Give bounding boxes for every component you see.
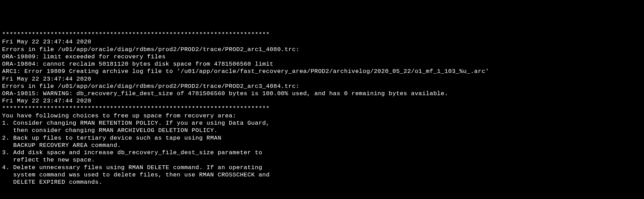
terminal-line: reflect the new space. [2, 156, 642, 164]
terminal-line: ORA-19804: cannot reclaim 50181120 bytes… [2, 60, 642, 68]
terminal-line: 4. Delete unnecessary files using RMAN D… [2, 164, 642, 171]
terminal-line: DELETE EXPIRED commands. [2, 179, 642, 186]
terminal-output: ****************************************… [2, 31, 642, 186]
terminal-line: BACKUP RECOVERY AREA command. [2, 142, 642, 149]
terminal-line: then consider changing RMAN ARCHIVELOG D… [2, 127, 642, 134]
terminal-line: ****************************************… [2, 105, 642, 112]
terminal-line: Fri May 22 23:47:44 2020 [2, 97, 642, 105]
terminal-line: ORA-19809: limit exceeded for recovery f… [2, 53, 642, 60]
terminal-line: Errors in file /u01/app/oracle/diag/rdbm… [2, 83, 642, 90]
terminal-line: system command was used to delete files,… [2, 171, 642, 179]
terminal-line: 2. Back up files to tertiary device such… [2, 134, 642, 142]
terminal-line: Fri May 22 23:47:44 2020 [2, 38, 642, 45]
terminal-line: ****************************************… [2, 31, 642, 38]
terminal-line: Fri May 22 23:47:44 2020 [2, 75, 642, 83]
terminal-line: Errors in file /u01/app/oracle/diag/rdbm… [2, 46, 642, 53]
terminal-line: 1. Consider changing RMAN RETENTION POLI… [2, 119, 642, 127]
terminal-line: ARC1: Error 19809 Creating archive log f… [2, 68, 642, 75]
terminal-line: 3. Add disk space and increase db_recove… [2, 149, 642, 156]
terminal-line: You have following choices to free up sp… [2, 112, 642, 119]
terminal-line: ORA-19815: WARNING: db_recovery_file_des… [2, 90, 642, 97]
